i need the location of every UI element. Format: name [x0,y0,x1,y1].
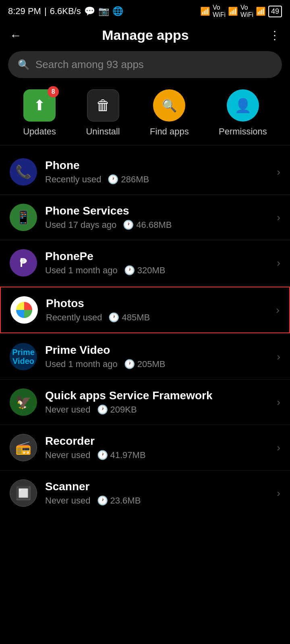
time-text: 8:29 PM [8,6,41,17]
wifi-icon: 📶 [256,6,266,16]
signal-icon: 📶 [200,6,210,16]
updates-badge: 8 [48,86,59,97]
app-size-value-phonepe: 320MB [137,265,166,276]
app-usage-primevideo: Used 1 month ago [45,359,118,369]
search-icon: 🔍 [18,59,30,70]
app-size-quickapps: 🕐 209KB [97,405,137,415]
recorder-app-icon: 📻 [15,440,31,455]
app-name-phone: Phone [45,159,273,172]
chevron-phonepe: › [277,257,280,269]
app-size-value-recorder: 41.97MB [110,450,146,460]
clock-icon-phone: 🕐 [108,174,118,185]
action-permissions[interactable]: 👤 Permissions [219,89,267,137]
network-speed: | [44,6,47,17]
app-size-primevideo: 🕐 205MB [124,359,166,369]
app-item-primevideo[interactable]: PrimeVideo Prime Video Used 1 month ago … [0,334,290,380]
instagram-icon: 📷 [98,6,109,17]
quickapps-app-icon: 🦅 [15,394,31,410]
app-info-recorder: Recorder Never used 🕐 41.97MB [45,435,273,460]
app-size-phoneservices: 🕐 46.68MB [123,220,172,230]
chevron-quickapps: › [277,396,280,409]
primevideo-app-icon: PrimeVideo [12,348,35,365]
app-size-photos: 🕐 485MB [108,312,150,323]
app-info-photos: Photos Recently used 🕐 485MB [46,297,272,323]
app-icon-scanner: 🔲 [10,479,37,507]
updates-label: Updates [23,126,56,137]
status-left: 8:29 PM | 6.6KB/s 💬 📷 🌐 [8,6,123,17]
clock-icon-quickapps: 🕐 [97,405,108,415]
app-size-phone: 🕐 286MB [108,174,149,185]
phonepe-app-icon: ₱ [20,256,27,270]
app-icon-phoneservices: 📱 [10,204,37,231]
status-bar: 8:29 PM | 6.6KB/s 💬 📷 🌐 📶 VoWiFi 📶 VoWiF… [0,0,290,21]
clock-icon-scanner: 🕐 [97,495,108,506]
whatsapp-icon: 💬 [84,6,95,17]
app-name-scanner: Scanner [45,480,273,493]
app-item-phoneservices[interactable]: 📱 Phone Services Used 17 days ago 🕐 46.6… [0,195,290,240]
vowifi-label: VoWiFi [213,4,226,19]
action-updates[interactable]: ⬆ 8 Updates [23,89,56,137]
app-meta-phoneservices: Used 17 days ago 🕐 46.68MB [45,220,273,230]
app-meta-recorder: Never used 🕐 41.97MB [45,450,273,460]
updates-icon-wrap: ⬆ 8 [23,89,56,122]
app-name-quickapps: Quick apps Service Framework [45,389,273,402]
app-meta-quickapps: Never used 🕐 209KB [45,405,273,415]
app-size-scanner: 🕐 23.6MB [97,495,141,506]
network-speed-value: 6.6KB/s [50,6,81,17]
uninstall-icon-wrap: 🗑 [87,89,119,122]
app-name-primevideo: Prime Video [45,344,273,357]
updates-icon: ⬆ [33,97,46,114]
app-usage-recorder: Never used [45,450,91,460]
action-findapps[interactable]: 🔍 Find apps [150,89,189,137]
app-usage-quickapps: Never used [45,405,91,415]
app-meta-photos: Recently used 🕐 485MB [46,312,272,323]
app-usage-photos: Recently used [46,312,102,323]
app-item-recorder[interactable]: 📻 Recorder Never used 🕐 41.97MB › [0,425,290,471]
app-size-value-phoneservices: 46.68MB [136,220,172,230]
app-name-recorder: Recorder [45,435,273,448]
action-uninstall[interactable]: 🗑 Uninstall [86,89,120,137]
app-usage-phone: Recently used [45,174,101,185]
app-icon-primevideo: PrimeVideo [10,343,37,370]
app-info-quickapps: Quick apps Service Framework Never used … [45,389,273,415]
more-options-button[interactable]: ⋮ [269,29,280,42]
app-icon-phone: 📞 [10,158,37,186]
app-item-photos[interactable]: Photos Recently used 🕐 485MB › [0,287,290,333]
app-size-value-primevideo: 205MB [137,359,166,369]
app-info-phonepe: PhonePe Used 1 month ago 🕐 320MB [45,250,273,276]
app-info-phone: Phone Recently used 🕐 286MB [45,159,273,185]
app-usage-scanner: Never used [45,495,91,506]
app-item-phonepe[interactable]: ₱ PhonePe Used 1 month ago 🕐 320MB › [0,240,290,286]
phone-app-icon: 📞 [15,164,31,180]
app-list: 📞 Phone Recently used 🕐 286MB › 📱 Phone … [0,149,290,511]
app-icon-recorder: 📻 [10,434,37,461]
uninstall-label: Uninstall [86,126,120,137]
findapps-icon-wrap: 🔍 [153,89,185,122]
app-meta-phone: Recently used 🕐 286MB [45,174,273,185]
app-name-phonepe: PhonePe [45,250,273,263]
app-name-photos: Photos [46,297,272,310]
chrome-icon: 🌐 [112,6,123,17]
app-item-scanner[interactable]: 🔲 Scanner Never used 🕐 23.6MB › [0,471,290,511]
search-bar[interactable]: 🔍 Search among 93 apps [8,51,282,78]
permissions-icon-wrap: 👤 [227,89,259,122]
app-item-phone[interactable]: 📞 Phone Recently used 🕐 286MB › [0,149,290,195]
photos-svg-icon [14,300,34,320]
app-info-scanner: Scanner Never used 🕐 23.6MB [45,480,273,506]
back-button[interactable]: ← [10,29,22,42]
chevron-recorder: › [277,442,280,454]
vowifi2-label: VoWiFi [240,4,253,19]
status-right: 📶 VoWiFi 📶 VoWiFi 📶 49 [200,4,282,19]
app-usage-phoneservices: Used 17 days ago [45,220,116,230]
clock-icon-primevideo: 🕐 [124,359,135,369]
findapps-icon: 🔍 [162,99,177,113]
app-usage-phonepe: Used 1 month ago [45,265,118,276]
page-title: Manage apps [102,27,188,43]
chevron-primevideo: › [277,351,280,363]
uninstall-icon: 🗑 [96,97,110,114]
page-header: ← Manage apps ⋮ [0,21,290,51]
permissions-icon: 👤 [234,97,251,114]
findapps-label: Find apps [150,126,189,137]
app-item-quickapps[interactable]: 🦅 Quick apps Service Framework Never use… [0,380,290,425]
quick-actions-row: ⬆ 8 Updates 🗑 Uninstall 🔍 Find apps 👤 Pe… [0,89,290,145]
